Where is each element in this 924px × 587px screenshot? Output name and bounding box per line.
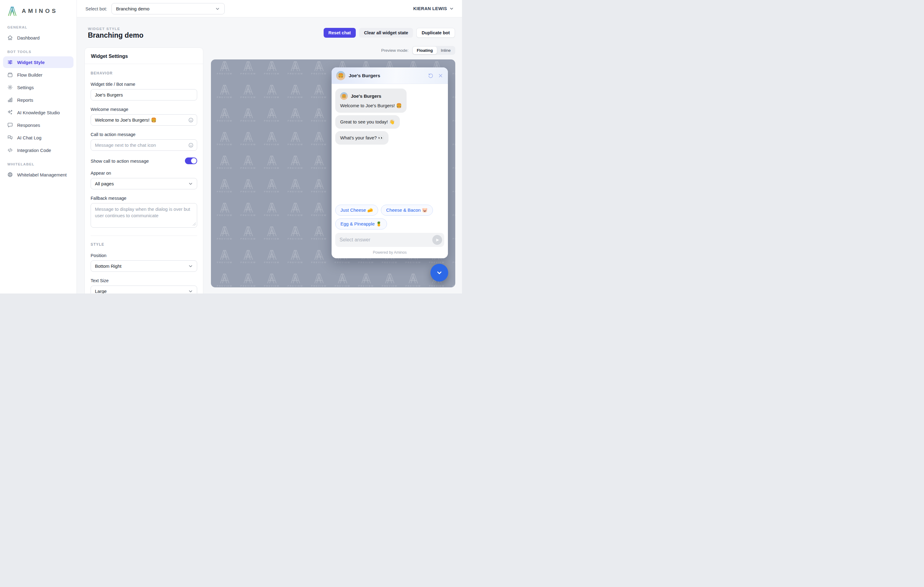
reset-chat-button[interactable]: Reset chat	[323, 28, 356, 38]
sidebar-item-label: Dashboard	[17, 35, 40, 40]
sidebar-item-label: AI Knowledge Studio	[17, 110, 60, 115]
position-value: Bottom Right	[95, 263, 122, 269]
sidebar-item-dashboard[interactable]: Dashboard	[3, 32, 73, 43]
sidebar-section-general: GENERAL	[0, 20, 76, 31]
cta-message-input[interactable]	[91, 139, 197, 151]
preview-mode-floating[interactable]: Floating	[413, 46, 437, 54]
preview-mode-label: Preview mode:	[381, 48, 408, 53]
sidebar: AMINOS GENERAL Dashboard BOT TOOLS Widge…	[0, 0, 77, 293]
quick-reply-list: Just Cheese 🧀 Cheese & Bacon 🐷 Egg & Pin…	[335, 205, 444, 230]
chevron-down-icon	[188, 263, 193, 269]
appear-on-select[interactable]: All pages	[91, 178, 197, 189]
topbar: Select bot: Branching demo KIERAN LEWIS	[77, 0, 462, 17]
sidebar-item-flow-builder[interactable]: Flow Builder	[3, 69, 73, 81]
page-title: Branching demo	[88, 31, 143, 40]
emoji-picker-icon[interactable]	[188, 142, 194, 148]
quick-reply-egg-pineapple[interactable]: Egg & Pineapple 🍍	[335, 218, 387, 230]
sidebar-item-widget-style[interactable]: Widget Style	[3, 56, 73, 68]
show-cta-label: Show call to action message	[91, 159, 149, 164]
preview-mode-segmented: Floating Inline	[412, 46, 455, 55]
text-size-select[interactable]: Large	[91, 286, 197, 293]
brand-name: AMINOS	[22, 8, 58, 15]
restart-chat-icon[interactable]	[428, 73, 434, 78]
widget-settings-panel: Widget Settings BEHAVIOR Widget title / …	[84, 48, 203, 293]
chevron-down-icon	[436, 269, 443, 277]
chat-bubbles-icon	[7, 134, 13, 141]
text-size-label: Text Size	[91, 278, 197, 283]
widget-title-label: Widget title / Bot name	[91, 82, 197, 87]
sparkles-icon	[7, 109, 13, 116]
quick-reply-just-cheese[interactable]: Just Cheese 🧀	[335, 205, 378, 216]
chevron-down-icon	[188, 289, 193, 293]
widget-title-input[interactable]	[91, 89, 197, 101]
chevron-down-icon	[449, 6, 454, 11]
user-name: KIERAN LEWIS	[413, 6, 447, 11]
chat-widget-title: Joe's Burgers	[349, 73, 380, 78]
sidebar-item-label: Responses	[17, 122, 40, 128]
sidebar-item-label: Integration Code	[17, 148, 51, 153]
bot-sender-name: Joe's Burgers	[351, 93, 381, 99]
bot-avatar-emoji: 🍔	[342, 94, 346, 98]
sidebar-item-ai-chat-log[interactable]: AI Chat Log	[3, 132, 73, 143]
send-icon	[435, 238, 440, 242]
sidebar-item-label: Whitelabel Management	[17, 172, 67, 177]
appear-on-label: Appear on	[91, 170, 197, 175]
sidebar-item-ai-knowledge-studio[interactable]: AI Knowledge Studio	[3, 107, 73, 118]
panel-title: Widget Settings	[85, 48, 203, 64]
welcome-message-input[interactable]	[91, 114, 197, 126]
powered-by-label: Powered by Aminos	[335, 247, 444, 258]
sidebar-item-label: Flow Builder	[17, 72, 43, 78]
sidebar-section-whitelabel: WHITELABEL	[0, 157, 76, 168]
quick-reply-cheese-bacon[interactable]: Cheese & Bacon 🐷	[381, 205, 432, 216]
sidebar-item-whitelabel-management[interactable]: Whitelabel Management	[3, 169, 73, 180]
chevron-down-icon	[215, 6, 220, 12]
bot-message-group: 🍔 Joe's Burgers Welcome to Joe's Burgers…	[335, 89, 407, 113]
main-area: Select bot: Branching demo KIERAN LEWIS …	[77, 0, 462, 293]
text-size-value: Large	[95, 289, 107, 293]
user-menu[interactable]: KIERAN LEWIS	[413, 6, 454, 11]
clear-widget-state-button[interactable]: Clear all widget state	[359, 28, 413, 38]
chat-launcher-button[interactable]	[431, 264, 448, 281]
position-label: Position	[91, 253, 197, 258]
show-cta-toggle[interactable]	[185, 157, 197, 164]
bot-avatar-emoji: 🍔	[338, 73, 344, 78]
fallback-message-textarea[interactable]	[91, 203, 197, 228]
box-icon	[7, 72, 13, 78]
sidebar-item-settings[interactable]: Settings	[3, 81, 73, 93]
style-section-label: STYLE	[91, 242, 197, 246]
bot-message: What's your fave? 👀	[335, 131, 389, 145]
sliders-icon	[7, 59, 13, 65]
page-eyebrow: WIDGET STYLE	[88, 27, 120, 31]
close-icon[interactable]	[438, 73, 443, 78]
bar-chart-icon	[7, 97, 13, 103]
behavior-section-label: BEHAVIOR	[91, 71, 197, 75]
chat-message-area: 🍔 Joe's Burgers Welcome to Joe's Burgers…	[332, 84, 448, 258]
sidebar-item-integration-code[interactable]: Integration Code	[3, 144, 73, 156]
chat-bubble-icon	[7, 122, 13, 128]
home-icon	[7, 35, 13, 41]
duplicate-bot-button[interactable]: Duplicate bot	[416, 28, 455, 38]
header-actions: Reset chat Clear all widget state Duplic…	[323, 28, 455, 38]
send-button[interactable]	[432, 235, 442, 245]
toggle-knob	[191, 158, 196, 164]
chat-answer-input[interactable]	[340, 237, 432, 243]
globe-icon	[7, 172, 13, 178]
position-select[interactable]: Bottom Right	[91, 260, 197, 272]
bot-select-value: Branching demo	[116, 6, 149, 12]
chat-input-row	[335, 233, 444, 247]
preview-mode-row: Preview mode: Floating Inline	[381, 46, 455, 55]
emoji-picker-icon[interactable]	[188, 117, 194, 123]
resize-handle-icon[interactable]	[193, 222, 196, 227]
preview-mode-inline[interactable]: Inline	[437, 46, 455, 54]
bot-message: Great to see you today! 👋	[335, 115, 400, 129]
widget-preview-area: PREVIEW 🍔 Joe's Burgers	[211, 60, 455, 288]
chat-widget-header: 🍔 Joe's Burgers	[332, 68, 448, 84]
bot-select-dropdown[interactable]: Branching demo	[111, 3, 225, 15]
sidebar-item-reports[interactable]: Reports	[3, 94, 73, 106]
brand-logo-row[interactable]: AMINOS	[0, 0, 76, 20]
sidebar-item-responses[interactable]: Responses	[3, 119, 73, 131]
bot-message: Welcome to Joe's Burgers! 🍔	[340, 103, 402, 108]
app-window: AMINOS GENERAL Dashboard BOT TOOLS Widge…	[0, 0, 462, 293]
welcome-message-label: Welcome message	[91, 107, 197, 112]
appear-on-value: All pages	[95, 181, 114, 186]
